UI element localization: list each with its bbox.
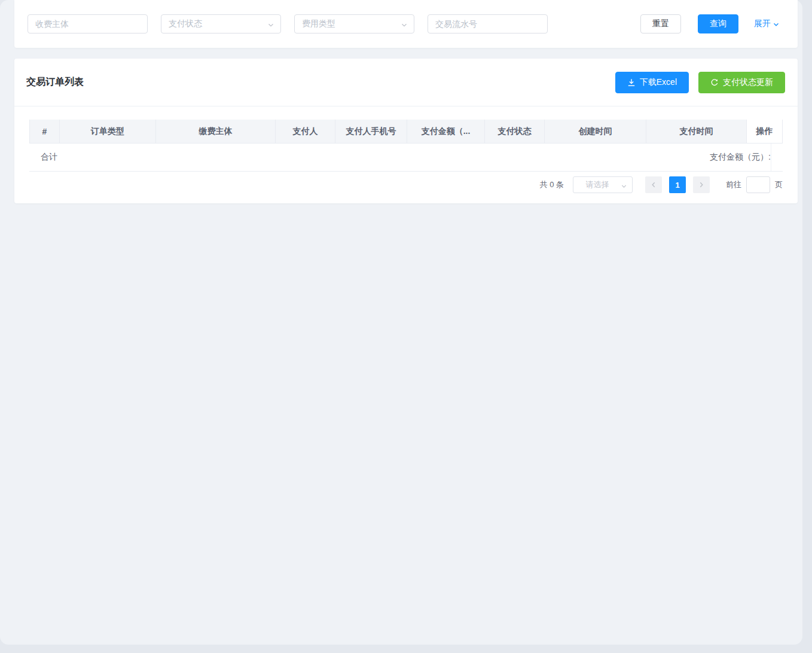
expand-label: 展开 — [754, 19, 771, 29]
fee-type-placeholder: 费用类型 — [302, 19, 335, 29]
filter-field-transaction-no — [428, 14, 548, 33]
chevron-down-icon — [773, 21, 780, 28]
fee-type-select[interactable]: 费用类型 — [294, 14, 414, 33]
chevron-down-icon — [267, 21, 274, 30]
goto-page-input[interactable] — [746, 176, 770, 193]
card-header: 交易订单列表 下载Excel — [14, 59, 798, 106]
th-index: # — [30, 120, 60, 144]
th-payer: 支付人 — [276, 120, 335, 144]
chevron-right-icon — [698, 181, 705, 188]
chevron-left-icon — [650, 181, 657, 188]
header-actions: 下载Excel 支付状态更新 — [615, 72, 785, 93]
th-payment-amount: 支付金额（... — [407, 120, 485, 144]
payment-status-update-label: 支付状态更新 — [723, 77, 773, 88]
download-icon — [627, 78, 636, 87]
chevron-down-icon — [401, 21, 408, 30]
filter-actions: 重置 查询 展开 — [640, 14, 780, 33]
summary-pad — [771, 144, 783, 171]
payment-status-update-button[interactable]: 支付状态更新 — [698, 72, 785, 93]
table-header-row: # 订单类型 缴费主体 支付人 支付人手机号 支付金额（... 支付状态 创建时… — [29, 120, 783, 144]
transaction-no-input[interactable] — [428, 14, 548, 33]
table-summary-row: 合计 支付金额（元）: — [29, 144, 783, 172]
th-payment-time: 支付时间 — [646, 120, 747, 144]
payee-subject-input[interactable] — [28, 14, 148, 33]
download-excel-label: 下载Excel — [640, 77, 677, 88]
pagination: 共 0 条 请选择 1 前往 — [29, 172, 783, 193]
page-size-placeholder: 请选择 — [586, 179, 609, 190]
search-button[interactable]: 查询 — [698, 14, 738, 33]
goto-label: 前往 — [726, 179, 741, 190]
th-payment-status: 支付状态 — [485, 120, 545, 144]
filter-card: 支付状态 费用类型 重置 查询 展开 — [14, 0, 798, 48]
page-size-select[interactable]: 请选择 — [573, 176, 633, 193]
filter-field-fee-type: 费用类型 — [294, 14, 414, 33]
th-payment-subject: 缴费主体 — [156, 120, 276, 144]
refresh-icon — [710, 78, 719, 87]
th-actions: 操作 — [747, 120, 783, 144]
order-table: # 订单类型 缴费主体 支付人 支付人手机号 支付金额（... 支付状态 创建时… — [14, 106, 798, 193]
page-number-1[interactable]: 1 — [669, 176, 686, 193]
order-list-card: 交易订单列表 下载Excel — [14, 59, 798, 203]
page-title: 交易订单列表 — [26, 76, 84, 89]
prev-page-button[interactable] — [645, 176, 662, 193]
pagination-total: 共 0 条 — [540, 179, 564, 190]
summary-total-label: 合计 — [29, 152, 57, 163]
goto-unit-label: 页 — [775, 179, 783, 190]
summary-amount-label: 支付金额（元）: — [710, 152, 771, 163]
reset-button[interactable]: 重置 — [640, 14, 681, 33]
next-page-button[interactable] — [693, 176, 710, 193]
chevron-down-icon — [621, 182, 627, 191]
th-order-type: 订单类型 — [60, 120, 156, 144]
pay-status-placeholder: 支付状态 — [169, 19, 202, 29]
content-surface: 支付状态 费用类型 重置 查询 展开 — [0, 0, 802, 645]
filter-field-pay-status: 支付状态 — [161, 14, 281, 33]
expand-link[interactable]: 展开 — [754, 19, 780, 29]
th-payer-phone: 支付人手机号 — [335, 120, 407, 144]
filter-field-payee — [28, 14, 148, 33]
pay-status-select[interactable]: 支付状态 — [161, 14, 281, 33]
th-created-time: 创建时间 — [545, 120, 646, 144]
download-excel-button[interactable]: 下载Excel — [615, 72, 689, 93]
